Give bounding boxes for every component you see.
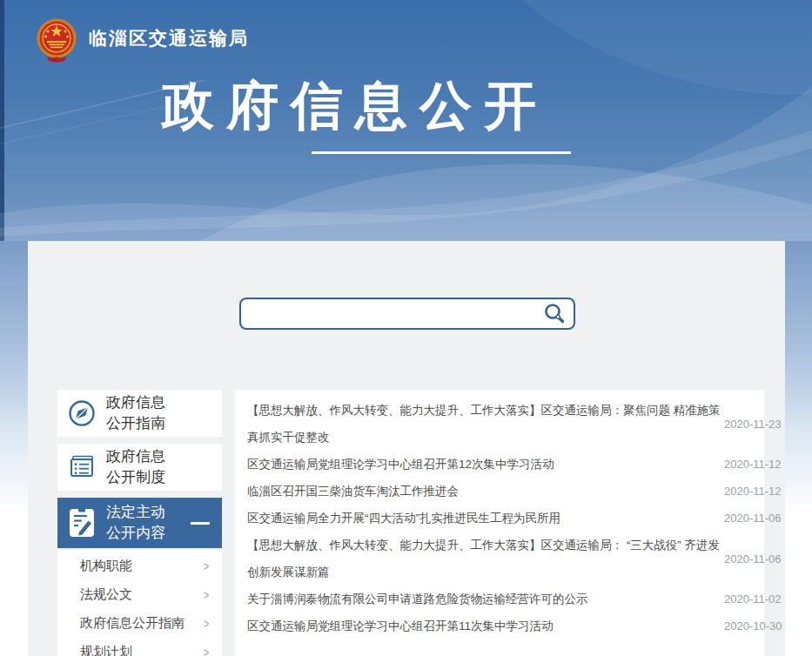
search-input[interactable] [241, 299, 543, 328]
header-left-edge-strip [0, 0, 4, 241]
sidebar-item-label: 政府信息 公开制度 [106, 446, 165, 488]
search-icon [543, 302, 567, 325]
sidebar-sublink-label: 规划计划 [80, 644, 132, 656]
sidebar-item-label: 政府信息 公开指南 [106, 392, 165, 434]
sidebar-item-open-guide[interactable]: 政府信息 公开指南 [57, 390, 222, 437]
chevron-right-icon: > [204, 646, 209, 656]
news-list-item[interactable]: 区交通运输局党组理论学习中心组召开第11次集中学习活动 2020-10-30 [247, 612, 748, 639]
sidebar-sublink[interactable]: 规划计划 > [57, 638, 222, 656]
news-date: 2020-11-06 [724, 552, 782, 566]
news-list-item[interactable]: 区交通运输局党组理论学习中心组召开第12次集中学习活动 2020-11-12 [247, 451, 748, 478]
compass-icon [57, 398, 106, 429]
news-title-link[interactable]: 关于淄博润泰物流有限公司申请道路危险货物运输经营许可的公示 [247, 586, 724, 612]
sidebar-item-statutory-disclosure[interactable]: 法定主动 公开内容 [57, 498, 222, 548]
sidebar-item-label: 法定主动 公开内容 [106, 502, 165, 544]
news-title-link[interactable]: 区交通运输局党组理论学习中心组召开第12次集中学习活动 [247, 451, 724, 478]
news-title-link[interactable]: 临淄区召开国三柴油货车淘汰工作推进会 [247, 478, 724, 505]
ledger-icon [57, 452, 106, 483]
news-list-item[interactable]: 区交通运输局全力开展“四大活动”扎实推进民生工程为民所用 2020-11-06 [247, 505, 748, 532]
news-date: 2020-10-30 [724, 619, 782, 633]
news-date: 2020-11-12 [724, 485, 782, 498]
national-emblem-icon [35, 17, 78, 64]
search-button[interactable] [543, 302, 574, 325]
page-title: 政府信息公开 [162, 71, 548, 142]
sidebar-item-open-system[interactable]: 政府信息 公开制度 [57, 444, 222, 491]
sidebar-sublink[interactable]: 政府信息公开指南 > [57, 609, 222, 638]
sidebar-sublink[interactable]: 法规公文 > [57, 580, 222, 609]
chevron-right-icon: > [204, 559, 209, 573]
news-date: 2020-11-23 [724, 418, 782, 431]
news-title-link[interactable]: 区交通运输局全力开展“四大活动”扎实推进民生工程为民所用 [247, 505, 724, 532]
news-list-item[interactable]: 临淄区召开国三柴油货车淘汰工作推进会 2020-11-12 [247, 478, 748, 505]
sidebar-sublink-label: 政府信息公开指南 [80, 615, 185, 632]
news-list-panel: 【思想大解放、作风大转变、能力大提升、工作大落实】区交通运输局：聚焦问题 精准施… [235, 390, 764, 656]
news-date: 2020-11-12 [724, 458, 782, 471]
chevron-right-icon: > [204, 588, 209, 602]
clipboard-pencil-icon [57, 506, 106, 539]
chevron-right-icon: > [204, 617, 209, 631]
sidebar-sublink[interactable]: 机构职能 > [57, 552, 222, 580]
sidebar-sublink-label: 法规公文 [80, 586, 132, 603]
news-title-link[interactable]: 区交通运输局党组理论学习中心组召开第11次集中学习活动 [247, 612, 724, 639]
search-bar [239, 298, 575, 330]
news-list-item[interactable]: 【思想大解放、作风大转变、能力大提升、工作大落实】区交通运输局： “三大战役” … [247, 532, 748, 586]
content-panel: 政府信息 公开指南 政府信息 公开制度 [28, 241, 785, 656]
sidebar-sublinks: 机构职能 > 法规公文 > 政府信息公开指南 > 规划计划 > [57, 550, 222, 656]
news-list: 【思想大解放、作风大转变、能力大提升、工作大落实】区交通运输局：聚焦问题 精准施… [247, 397, 748, 639]
news-date: 2020-11-06 [724, 512, 782, 525]
news-title-link[interactable]: 【思想大解放、作风大转变、能力大提升、工作大落实】区交通运输局： “三大战役” … [247, 532, 724, 586]
title-underline [312, 151, 571, 154]
news-title-link[interactable]: 【思想大解放、作风大转变、能力大提升、工作大落实】区交通运输局：聚焦问题 精准施… [247, 397, 724, 451]
sidebar-sublink-label: 机构职能 [80, 558, 132, 574]
news-list-item[interactable]: 【思想大解放、作风大转变、能力大提升、工作大落实】区交通运输局：聚焦问题 精准施… [247, 397, 748, 451]
minus-icon [191, 522, 210, 525]
agency-name: 临淄区交通运输局 [89, 26, 249, 50]
news-date: 2020-11-02 [724, 592, 782, 606]
news-list-item[interactable]: 关于淄博润泰物流有限公司申请道路危险货物运输经营许可的公示 2020-11-02 [247, 586, 748, 612]
sidebar: 政府信息 公开指南 政府信息 公开制度 [57, 390, 222, 656]
